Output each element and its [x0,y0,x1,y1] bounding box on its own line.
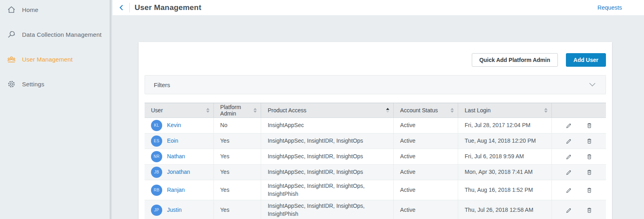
edit-pencil-icon[interactable] [565,168,573,177]
column-header-label: Product Access [268,107,306,113]
edit-pencil-icon[interactable] [565,137,573,145]
product-access-cell: InsightAppSec, InsightIDR, InsightOps, I… [261,200,394,219]
page-title: User Management [135,3,201,12]
column-header [552,103,606,117]
edit-pencil-icon[interactable] [565,186,573,195]
sidebar-item-label: User Management [22,56,72,63]
filters-label: Filters [154,82,170,88]
account-status-cell: Active [394,200,458,219]
table-row: JB Jonathan Yes InsightAppSec, InsightID… [145,165,606,180]
column-header[interactable]: Product Access [261,103,394,117]
delete-trash-icon[interactable] [585,152,594,161]
sidebar-item-data-collection[interactable]: Data Collection Management [0,26,109,42]
account-status-cell: Active [394,149,458,164]
table-body: KL Kevin No InsightAppSec Active Fri, Ju… [145,118,606,219]
users-group-icon [6,54,16,64]
user-cell: KL Kevin [145,118,214,133]
sort-arrows-icon [544,108,547,113]
gear-icon [6,79,16,89]
title-divider [129,3,130,12]
platform-admin-cell: Yes [214,200,262,219]
last-login-cell: Fri, Jul 6, 2018 9:59 AM [458,149,552,164]
sort-arrows-icon [451,108,454,113]
row-actions-cell [552,149,606,164]
row-actions-cell [552,200,606,219]
sort-arrows-icon [254,108,257,113]
platform-admin-cell: Yes [214,165,262,180]
filters-panel-toggle[interactable]: Filters [145,75,606,94]
avatar: NR [151,151,162,162]
sidebar-item-label: Settings [22,81,44,88]
platform-admin-cell: Yes [214,133,262,149]
sidebar-item-settings[interactable]: Settings [0,76,109,92]
back-button[interactable] [117,2,127,13]
user-name-link[interactable]: Jonathan [167,168,190,176]
user-name-link[interactable]: Eoin [167,137,178,145]
user-name-link[interactable]: Ranjan [167,186,185,194]
last-login-cell: Thu, Jul 26, 2018 12:58 AM [458,200,552,219]
product-access-cell: InsightAppSec, InsightIDR, InsightOps [261,165,394,180]
delete-trash-icon[interactable] [585,168,594,177]
top-bar: User Management Requests [113,0,644,15]
row-actions-cell [552,165,606,180]
edit-pencil-icon[interactable] [565,152,573,161]
user-name-link[interactable]: Nathan [167,153,185,161]
product-access-cell: InsightAppSec, InsightIDR, InsightOps [261,149,394,164]
column-header[interactable]: User [145,103,214,117]
main-area: User Management Requests Quick Add Platf… [113,0,644,219]
avatar: ES [151,135,162,147]
user-cell: ES Eoin [145,133,214,149]
user-cell: JP Justin [145,200,214,219]
column-header-label: Platform Admin [220,104,254,117]
column-header[interactable]: Last Login [458,103,552,117]
column-header[interactable]: Account Status [394,103,458,117]
delete-trash-icon[interactable] [585,186,594,195]
sidebar-item-home[interactable]: Home [0,2,109,18]
account-status-cell: Active [394,165,458,180]
sort-arrows-icon [206,108,209,113]
delete-trash-icon[interactable] [585,206,594,215]
table-row: NR Nathan Yes InsightAppSec, InsightIDR,… [145,149,606,165]
avatar: RB [151,185,162,196]
table-row: JP Justin Yes InsightAppSec, InsightIDR,… [145,200,606,219]
chevron-down-icon [588,82,597,88]
avatar: KL [151,120,162,131]
account-status-cell: Active [394,133,458,149]
sort-arrows-icon [386,108,389,113]
sidebar-item-user-management[interactable]: User Management [0,51,109,67]
last-login-cell: Mon, Apr 30, 2018 7:41 AM [458,165,552,180]
table-row: ES Eoin Yes InsightAppSec, InsightIDR, I… [145,133,606,149]
platform-admin-cell: Yes [214,180,262,200]
product-access-cell: InsightAppSec, InsightIDR, InsightOps, I… [261,180,394,200]
user-name-link[interactable]: Kevin [167,121,181,129]
platform-admin-cell: Yes [214,149,262,164]
edit-pencil-icon[interactable] [565,206,573,215]
column-header-label: Last Login [465,107,491,113]
content-card: Quick Add Platform Admin Add User Filter… [139,42,612,219]
row-actions-cell [552,180,606,200]
column-header-label: User [151,107,163,113]
row-actions-cell [552,133,606,149]
edit-pencil-icon[interactable] [565,121,573,130]
user-name-link[interactable]: Justin [167,206,182,214]
table-header-row: User Platform Admin Product Access Accou… [145,103,606,118]
sidebar-nav: Home Data Collection Management User Man… [0,0,109,219]
avatar: JP [151,205,162,216]
requests-link[interactable]: Requests [598,4,622,11]
account-status-cell: Active [394,180,458,200]
column-header[interactable]: Platform Admin [214,103,262,117]
last-login-cell: Fri, Jul 28, 2017 12:04 PM [458,118,552,133]
user-cell: JB Jonathan [145,165,214,180]
row-actions-cell [552,118,606,133]
last-login-cell: Thu, Aug 16, 2018 1:52 PM [458,180,552,200]
add-user-button[interactable]: Add User [566,53,606,67]
product-access-cell: InsightAppSec [261,118,394,133]
platform-admin-cell: No [214,118,262,133]
delete-trash-icon[interactable] [585,137,594,145]
quick-add-platform-admin-button[interactable]: Quick Add Platform Admin [472,53,558,67]
data-collector-icon [6,30,16,39]
sidebar-edge-divider [109,0,113,219]
table-row: KL Kevin No InsightAppSec Active Fri, Ju… [145,118,606,133]
delete-trash-icon[interactable] [585,121,594,130]
last-login-cell: Tue, Aug 14, 2018 12:20 PM [458,133,552,149]
